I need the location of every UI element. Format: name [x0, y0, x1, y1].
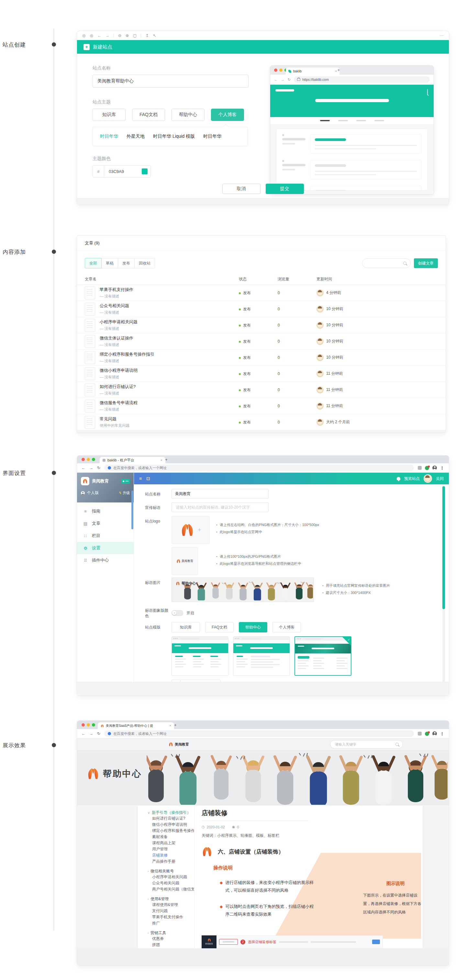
- template-thumbnail-1[interactable]: [171, 636, 228, 676]
- tree-item[interactable]: 商户号相关问题（微信支付）: [152, 886, 194, 892]
- bell-icon[interactable]: [397, 477, 400, 480]
- browser-menu-icon[interactable]: ⋮: [440, 466, 444, 471]
- close-tab-icon[interactable]: ×: [169, 724, 171, 727]
- toolbar-icon-8[interactable]: ↖: [153, 33, 156, 38]
- toolbar-icon-2[interactable]: ←: [97, 33, 101, 38]
- tree-section-3[interactable]: ›营销工具: [148, 930, 194, 936]
- theme-color-input[interactable]: # 03C9A9: [93, 165, 151, 178]
- tree-item[interactable]: 如何进行店铺认证?: [152, 815, 194, 822]
- tree-item[interactable]: 优惠券: [152, 936, 194, 942]
- reload-icon[interactable]: ↻: [97, 731, 101, 736]
- forward-icon[interactable]: →: [89, 466, 93, 470]
- browser-profile-icon[interactable]: [432, 731, 437, 736]
- table-row[interactable]: 小程序申请相关问题 — 没有描述 发布 0 10 分钟前: [77, 317, 445, 333]
- tree-item[interactable]: 绑定小程序和服务号操作指引: [152, 828, 194, 834]
- preview-site-link[interactable]: 预览站点: [404, 476, 420, 481]
- filter-tab-回收站[interactable]: 回收站: [134, 258, 155, 268]
- sidebar-item-文章[interactable]: ▤文章: [77, 517, 134, 530]
- extension-icon[interactable]: [418, 466, 422, 470]
- tree-item[interactable]: 微信小程序申请说明: [152, 822, 194, 828]
- tree-item[interactable]: 拼团: [152, 942, 194, 948]
- sidebar-scrollbar-thumb[interactable]: [131, 490, 133, 529]
- toolbar-icon-4[interactable]: ⊖: [118, 33, 121, 38]
- toolbar-icon-1[interactable]: ◎: [89, 33, 93, 38]
- tree-section-1[interactable]: ›微信相关账号: [148, 869, 194, 874]
- more-icon[interactable]: ⋯: [439, 33, 444, 38]
- logo-upload-box[interactable]: +: [171, 516, 210, 544]
- tree-item[interactable]: 店铺装修: [152, 852, 194, 858]
- cancel-button[interactable]: 取消: [222, 184, 260, 194]
- site-search-input[interactable]: [334, 742, 396, 746]
- template-tab-知识库[interactable]: 知识库: [171, 622, 200, 632]
- new-tab-icon[interactable]: +: [165, 457, 168, 462]
- tree-item[interactable]: 公众号相关问题: [152, 880, 194, 886]
- tree-item[interactable]: 课程使用&管理: [152, 902, 194, 908]
- theme-option-知识库[interactable]: 知识库: [93, 109, 126, 121]
- extension-icon[interactable]: [418, 732, 422, 735]
- table-row[interactable]: 微信服务号申请流程 — 没有描述 发布 0 11 分钟前: [77, 398, 445, 414]
- theme-option-FAQ文档[interactable]: FAQ文档: [132, 109, 165, 121]
- submit-button[interactable]: 提交: [266, 184, 304, 194]
- table-row[interactable]: 苹果手机支付操作 — 没有描述 发布 0 4 分钟前: [77, 285, 445, 301]
- tree-item[interactable]: 小程序申请相关问题: [152, 874, 194, 880]
- toolbar-icon-6[interactable]: ▢: [133, 33, 137, 38]
- toolbar-icon-3[interactable]: →: [105, 33, 109, 38]
- banner-invert-toggle[interactable]: [171, 610, 183, 616]
- template-option-2[interactable]: 时日年华 Liquid 模版: [153, 134, 195, 139]
- toolbar-icon-0[interactable]: ◎: [82, 33, 85, 38]
- refresh-icon[interactable]: ⊡: [146, 476, 150, 481]
- table-row[interactable]: 绑定小程序和服务号操作指引 — 没有描述 发布 0 10 分钟前: [77, 350, 445, 366]
- back-icon[interactable]: ←: [81, 466, 85, 470]
- new-tab-icon[interactable]: +: [174, 722, 177, 727]
- template-option-1[interactable]: 外星天地: [126, 134, 145, 139]
- banner-image[interactable]: 帮助中心: [171, 578, 314, 602]
- tree-item[interactable]: 素材准备: [152, 834, 194, 840]
- upgrade-button[interactable]: ↯升级: [119, 490, 130, 495]
- sidebar-item-指南[interactable]: ≡指南: [77, 505, 134, 517]
- template-option-0[interactable]: 时日年华: [100, 134, 118, 139]
- toolbar-icon-5[interactable]: ⊕: [126, 33, 129, 38]
- content-scrollbar-thumb[interactable]: [442, 486, 445, 609]
- filter-tab-草稿[interactable]: 草稿: [101, 258, 118, 268]
- sidebar-item-栏目[interactable]: ∷栏目: [77, 530, 134, 542]
- tree-item[interactable]: 推广: [152, 920, 194, 926]
- color-swatch[interactable]: [142, 169, 148, 174]
- create-article-button[interactable]: 创建文章: [414, 258, 438, 268]
- sidebar-item-插件中心[interactable]: ⠿插件中心: [77, 554, 134, 566]
- extension-green-icon[interactable]: [425, 466, 429, 470]
- template-tab-个人博客[interactable]: 个人博客: [273, 622, 301, 632]
- site-name-input[interactable]: 美阅教育: [171, 489, 269, 499]
- table-row[interactable]: 微信主体认证操作 — 没有描述 发布 0 10 分钟前: [77, 333, 445, 350]
- favicon-upload-box[interactable]: 美阅教育: [171, 547, 198, 575]
- extension-green-icon[interactable]: [425, 732, 429, 736]
- url-input[interactable]: 在百度中搜索，或者输入一个网址: [104, 465, 414, 471]
- forward-icon[interactable]: →: [89, 731, 93, 736]
- template-tab-FAQ文档[interactable]: FAQ文档: [205, 622, 234, 632]
- tree-section-0[interactable]: ∨新手引导（操作指引）: [148, 810, 194, 815]
- theme-option-个人博客[interactable]: 个人博客: [211, 109, 244, 121]
- table-row[interactable]: 常见问题 使用中的常见问题 发布 0 大约 2 个月前: [77, 414, 445, 430]
- back-icon[interactable]: ←: [81, 731, 85, 736]
- browser-profile-icon[interactable]: [432, 466, 437, 470]
- url-input[interactable]: 在百度中搜索，或者输入一个网址: [104, 730, 414, 737]
- table-row[interactable]: 如何进行店铺认证? — 没有描述 发布 0 11 分钟前: [77, 382, 445, 398]
- table-row[interactable]: 微信小程序申请说明 — 没有描述 发布 0 11 分钟前: [77, 366, 445, 382]
- filter-tab-发布[interactable]: 发布: [118, 258, 135, 268]
- tree-item[interactable]: 用户管理: [152, 846, 194, 852]
- template-option-3[interactable]: 时日年华: [203, 134, 221, 139]
- tree-item[interactable]: 支付问题: [152, 908, 194, 914]
- theme-option-帮助中心[interactable]: 帮助中心: [171, 109, 204, 121]
- browser-menu-icon[interactable]: ⋮: [440, 731, 444, 736]
- template-tab-帮助中心[interactable]: 帮助中心: [239, 622, 267, 632]
- avatar[interactable]: [424, 474, 432, 483]
- browser-tab[interactable]: 美阅教育SaaS产品-帮助中心 | 提 ×: [98, 722, 174, 729]
- slogan-input[interactable]: [171, 503, 269, 512]
- template-thumbnail-3[interactable]: ✓: [295, 636, 351, 676]
- table-row[interactable]: 公众号相关问题 — 没有描述 发布 0 10 分钟前: [77, 301, 445, 317]
- tree-item[interactable]: 苹果手机支付操作: [152, 914, 194, 920]
- toolbar-icon-7[interactable]: ↥: [145, 33, 148, 38]
- slogan-input-field[interactable]: [175, 505, 265, 510]
- filter-tab-全部[interactable]: 全部: [85, 258, 102, 268]
- site-logo[interactable]: 美阅教育: [169, 742, 189, 747]
- tree-section-2[interactable]: ›使用&管理: [148, 896, 194, 902]
